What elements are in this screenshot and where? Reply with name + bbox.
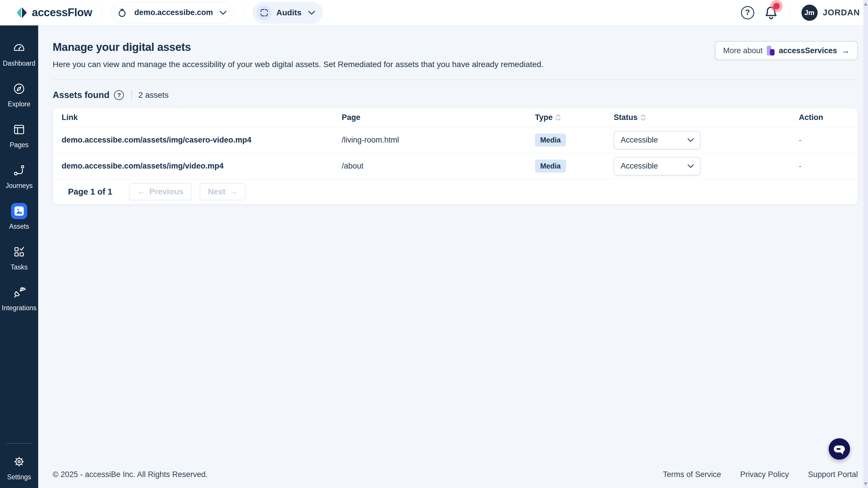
column-header-link: Link: [62, 113, 342, 122]
sidebar-item-tasks[interactable]: Tasks: [11, 244, 28, 271]
sidebar-item-label: Pages: [9, 141, 28, 149]
notification-badge: [773, 3, 780, 9]
image-icon: [11, 203, 27, 219]
asset-link[interactable]: demo.accessibe.com/assets/img/casero-vid…: [62, 136, 251, 144]
asset-page: /about: [342, 162, 363, 170]
title-block: Manage your digital assets Here you can …: [53, 41, 544, 69]
page-title: Manage your digital assets: [53, 41, 544, 54]
page-subtitle: Here you can view and manage the accessi…: [53, 60, 544, 69]
gauge-icon: [11, 40, 27, 56]
topbar-right: ? Jm JORDAN: [741, 5, 860, 21]
sidebar-item-integrations[interactable]: Integrations: [2, 285, 36, 312]
chat-bubble-icon: [834, 446, 845, 452]
access-services-icon: [767, 46, 775, 56]
compass-icon: [11, 80, 27, 97]
type-badge: Media: [535, 160, 566, 172]
chevron-down-icon: [687, 138, 694, 142]
sidebar-item-assets[interactable]: Assets: [9, 203, 29, 230]
chat-widget-button[interactable]: [829, 438, 850, 460]
more-about-access-services-button[interactable]: More about accessServices →: [715, 41, 858, 60]
sidebar-divider: [6, 443, 32, 444]
sidebar-item-label: Journeys: [5, 182, 32, 190]
accessflow-logo-text: accessFlow: [32, 6, 92, 19]
table-header-row: Link Page Type Status: [53, 108, 858, 127]
notifications-bell-icon[interactable]: [764, 5, 778, 20]
column-header-type: Type: [535, 113, 614, 122]
sidebar-item-dashboard[interactable]: Dashboard: [3, 40, 36, 67]
assets-found-label: Assets found: [53, 90, 110, 100]
audits-menu[interactable]: Audits: [253, 2, 322, 24]
sidebar-item-label: Tasks: [11, 263, 28, 271]
divider: [789, 6, 790, 19]
sidebar-item-label: Explore: [8, 100, 30, 108]
asset-link[interactable]: demo.accessibe.com/assets/img/video.mp4: [62, 162, 224, 170]
previous-page-button[interactable]: ← Previous: [129, 183, 191, 200]
sidebar-item-explore[interactable]: Explore: [8, 80, 30, 108]
type-badge: Media: [535, 134, 566, 147]
user-menu[interactable]: Jm JORDAN: [802, 5, 860, 21]
tasks-check-icon: [11, 244, 27, 260]
app-root: accessFlow demo.accessibe.com: [0, 0, 868, 488]
assets-count: 2 assets: [138, 91, 168, 100]
sort-arrows-icon[interactable]: [556, 114, 561, 121]
sidebar: Dashboard Explore Page: [0, 26, 38, 488]
domain-selector-value: demo.accessibe.com: [134, 8, 213, 17]
sort-arrows-icon[interactable]: [641, 114, 646, 121]
sidebar-item-label: Integrations: [2, 304, 36, 312]
plug-icon: [11, 285, 27, 301]
status-select-value: Accessible: [621, 162, 658, 170]
column-header-page: Page: [342, 113, 535, 122]
footer-link-terms[interactable]: Terms of Service: [663, 470, 721, 479]
sidebar-item-label: Settings: [7, 473, 31, 481]
window-layout-icon: [11, 122, 27, 138]
divider: [243, 6, 244, 19]
asset-page: /living-room.html: [342, 136, 399, 144]
scrollbar-up-arrow-icon[interactable]: [864, 3, 868, 5]
column-header-status: Status: [614, 113, 799, 122]
route-icon: [11, 162, 27, 178]
status-select-value: Accessible: [621, 136, 658, 144]
main-content: Manage your digital assets Here you can …: [38, 26, 868, 488]
sidebar-item-journeys[interactable]: Journeys: [5, 162, 32, 190]
assets-found-row: Assets found ? 2 assets: [53, 90, 858, 100]
scrollbar[interactable]: [863, 0, 868, 488]
chevron-down-icon: [687, 164, 694, 168]
info-icon[interactable]: ?: [114, 90, 124, 100]
footer-link-privacy[interactable]: Privacy Policy: [740, 470, 789, 479]
chevron-down-icon: [308, 10, 315, 15]
sidebar-item-settings[interactable]: Settings: [7, 454, 31, 481]
section-divider: [53, 79, 858, 80]
scrollbar-down-arrow-icon[interactable]: [864, 483, 868, 485]
sidebar-item-label: Dashboard: [3, 60, 36, 67]
column-header-action: Action: [799, 113, 849, 122]
sidebar-item-label: Assets: [9, 223, 29, 230]
status-select[interactable]: Accessible: [614, 131, 701, 150]
stopwatch-favicon-icon: [115, 5, 130, 20]
audits-menu-label: Audits: [276, 8, 302, 18]
footer: © 2025 - accessiBe Inc. All Rights Reser…: [53, 468, 858, 488]
help-icon[interactable]: ?: [741, 6, 754, 20]
body-row: Dashboard Explore Page: [0, 26, 868, 488]
accessflow-logo-icon: [16, 7, 28, 19]
table-row: demo.accessibe.com/assets/img/video.mp4 …: [53, 153, 858, 179]
footer-link-support[interactable]: Support Portal: [808, 470, 858, 479]
footer-links: Terms of Service Privacy Policy Support …: [663, 470, 858, 479]
page-indicator: Page 1 of 1: [68, 187, 112, 197]
scan-frame-icon: [257, 5, 272, 20]
next-page-button[interactable]: Next →: [199, 183, 246, 200]
domain-selector[interactable]: demo.accessibe.com: [111, 2, 234, 24]
user-name: JORDAN: [823, 8, 860, 18]
pagination-row: Page 1 of 1 ← Previous Next →: [53, 179, 858, 204]
assets-table: Link Page Type Status: [53, 108, 858, 204]
chevron-down-icon: [219, 10, 227, 15]
sidebar-item-pages[interactable]: Pages: [9, 122, 28, 149]
action-value: -: [799, 136, 802, 144]
accessflow-logo[interactable]: accessFlow: [16, 6, 92, 19]
action-value: -: [799, 162, 802, 170]
avatar: Jm: [802, 5, 818, 21]
table-row: demo.accessibe.com/assets/img/casero-vid…: [53, 127, 858, 153]
copyright-text: © 2025 - accessiBe Inc. All Rights Reser…: [53, 470, 208, 479]
divider: [131, 90, 132, 100]
status-select[interactable]: Accessible: [614, 157, 701, 175]
more-about-prefix: More about: [723, 46, 763, 55]
